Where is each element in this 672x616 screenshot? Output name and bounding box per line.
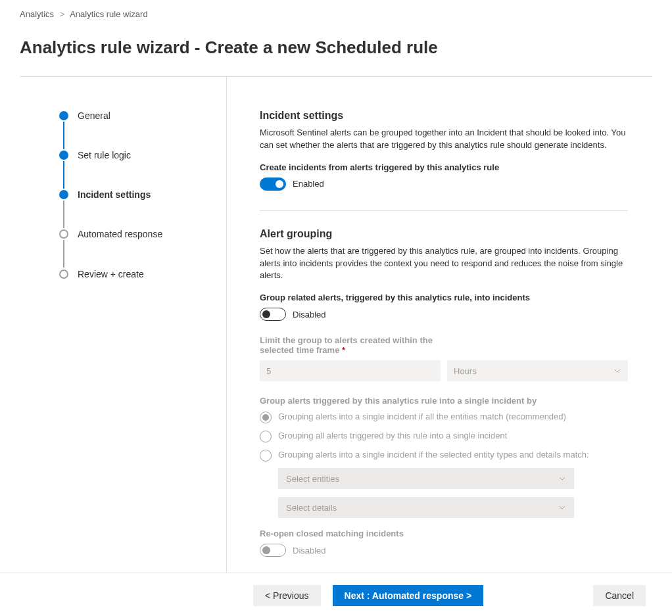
breadcrumb-separator: >: [60, 9, 65, 19]
step-connector: [63, 240, 64, 268]
wizard-steps-sidebar: General Set rule logic Incident settings…: [20, 77, 227, 573]
create-incidents-toggle[interactable]: [260, 178, 286, 191]
cancel-button[interactable]: Cancel: [593, 585, 646, 606]
radio-icon: [260, 450, 272, 462]
radio-icon: [260, 412, 272, 423]
step-circle-icon: [59, 229, 68, 239]
incident-settings-title: Incident settings: [260, 110, 628, 122]
select-details-placeholder: Select details: [286, 503, 337, 513]
radio-label: Grouping all alerts triggered by this ru…: [278, 430, 507, 442]
breadcrumb: Analytics > Analytics rule wizard: [20, 9, 652, 19]
step-circle-icon: [59, 111, 68, 120]
reopen-toggle-text: Disabled: [293, 546, 326, 556]
step-label: Automated response: [78, 229, 162, 239]
section-divider: [260, 210, 628, 211]
step-automated-response[interactable]: Automated response: [59, 228, 213, 268]
step-label: Review + create: [78, 269, 144, 279]
step-review-create[interactable]: Review + create: [59, 268, 213, 281]
wizard-frame: General Set rule logic Incident settings…: [20, 76, 652, 573]
create-incidents-label: Create incidents from alerts triggered b…: [260, 162, 628, 172]
wizard-content: Incident settings Microsoft Sentinel ale…: [227, 77, 628, 573]
page-title: Analytics rule wizard - Create a new Sch…: [20, 37, 652, 58]
breadcrumb-root[interactable]: Analytics: [20, 9, 54, 19]
step-circle-icon: [59, 151, 68, 160]
alert-grouping-desc: Set how the alerts that are triggered by…: [260, 245, 628, 283]
group-related-label: Group related alerts, triggered by this …: [260, 293, 628, 302]
limit-value-input[interactable]: [260, 360, 441, 381]
toggle-knob-icon: [262, 310, 270, 318]
step-incident-settings[interactable]: Incident settings: [59, 189, 213, 228]
toggle-knob-icon: [262, 546, 270, 554]
wizard-footer: < Previous Next : Automated response > C…: [0, 573, 672, 606]
chevron-down-icon: [558, 504, 566, 511]
next-button[interactable]: Next : Automated response >: [333, 585, 484, 606]
group-related-toggle-text: Disabled: [293, 310, 326, 320]
limit-unit-dropdown[interactable]: Hours: [447, 360, 628, 381]
previous-button[interactable]: < Previous: [253, 585, 321, 606]
breadcrumb-current: Analytics rule wizard: [70, 9, 148, 19]
radio-entities-match[interactable]: Grouping alerts into a single incident i…: [260, 411, 628, 423]
step-list: General Set rule logic Incident settings…: [59, 110, 213, 281]
group-related-toggle[interactable]: [260, 308, 286, 321]
limit-unit-value: Hours: [454, 366, 477, 376]
chevron-down-icon: [558, 475, 566, 483]
group-by-radio-group: Grouping alerts into a single incident i…: [260, 411, 628, 518]
incident-settings-desc: Microsoft Sentinel alerts can be grouped…: [260, 127, 628, 152]
select-entities-placeholder: Select entities: [286, 474, 339, 484]
step-label: Incident settings: [78, 189, 151, 200]
limit-timeframe-label: Limit the group to alerts created within…: [260, 335, 444, 355]
select-details-dropdown[interactable]: Select details: [278, 497, 574, 518]
radio-selected-types[interactable]: Grouping alerts into a single incident i…: [260, 449, 628, 462]
step-label: General: [78, 110, 110, 121]
radio-label: Grouping alerts into a single incident i…: [278, 411, 566, 423]
step-connector: [63, 122, 64, 149]
radio-label: Grouping alerts into a single incident i…: [278, 449, 589, 461]
radio-all-alerts[interactable]: Grouping all alerts triggered by this ru…: [260, 430, 628, 442]
chevron-down-icon: [613, 367, 621, 375]
group-by-label: Group alerts triggered by this analytics…: [260, 396, 628, 406]
alert-grouping-title: Alert grouping: [260, 228, 628, 240]
radio-icon: [260, 431, 272, 442]
step-circle-icon: [59, 190, 68, 199]
step-label: Set rule logic: [78, 150, 131, 160]
reopen-label: Re-open closed matching incidents: [260, 529, 628, 538]
step-connector: [63, 201, 64, 228]
toggle-knob-icon: [276, 180, 283, 188]
step-circle-icon: [59, 270, 68, 279]
step-set-rule-logic[interactable]: Set rule logic: [59, 149, 213, 189]
step-connector: [63, 161, 64, 189]
step-general[interactable]: General: [59, 110, 213, 149]
select-entities-dropdown[interactable]: Select entities: [278, 468, 574, 489]
create-incidents-toggle-text: Enabled: [293, 179, 324, 189]
reopen-toggle[interactable]: [260, 544, 286, 557]
